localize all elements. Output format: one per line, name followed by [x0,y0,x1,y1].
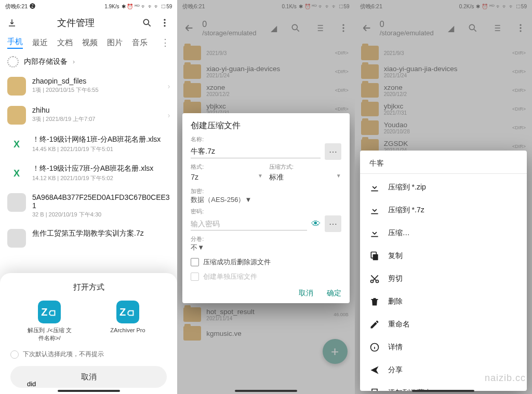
divider [360,173,527,174]
cut-icon [369,274,380,284]
menu-item-details[interactable]: 详情 [360,336,527,359]
download-icon [369,182,380,193]
chevron-down-icon: ▼ [336,173,341,182]
archive-name-input[interactable] [191,145,320,158]
folder-icon [7,106,26,125]
menu-item-zip[interactable]: 压缩到 *.zip [360,176,527,199]
tabs-more-icon[interactable]: ⋮ [161,37,170,48]
level-label: 压缩方式: [269,163,341,171]
file-name: ！终-19级计应7班-分AB班花名册.xlsx [32,164,170,173]
cancel-label: 取消 [81,372,97,382]
menu-label: 压缩到 *.zip [388,183,426,192]
tab-recent[interactable]: 最近 [32,38,48,48]
password-options-button[interactable]: ⋯ [325,215,341,232]
more-icon[interactable] [159,18,170,28]
context-menu: 牛客 压缩到 *.zip 压缩到 *.7z 压缩… 复制 剪切 删除 重命名 详… [360,151,527,391]
status-app-icon: 🅩 [30,3,35,9]
menu-item-compress[interactable]: 压缩… [360,222,527,244]
dialog-cancel-button[interactable]: 取消 [299,289,313,298]
split-value: 不 [191,243,197,251]
password-input[interactable] [191,218,307,230]
checkbox-label: 压缩成功后删除源文件 [203,257,271,267]
menu-item-share[interactable]: 分享 [360,359,527,382]
status-bar: 傍晚6:21🅩 1.9K/s✱ ⏰ ᴴᴰ ᯤ ᯤ ᯤ ⬚59 [0,0,177,12]
chevron-right-icon: › [168,82,170,90]
chevron-right-icon: › [73,58,75,65]
file-name: ！终-19级计网络1班-分AB班花名册.xlsx [32,135,170,144]
internal-storage-row[interactable]: 内部存储设备 › [0,52,177,72]
menu-label: 压缩… [388,228,410,238]
app-option-extract[interactable]: Z⫏ 解压到 ./<压缩 文件名称>/ [26,301,73,342]
pencil-icon [369,319,380,330]
zarchiver-icon: Z⫏ [116,301,139,323]
screen-zarchiver-dialog: 傍晚6:21 0.1K/s✱ ⏰ ᴴᴰ ᯤ ᯤ ᯤ ⬚59 0 /storage… [177,0,354,394]
chevron-down-icon: ▼ [197,243,204,251]
dialog-title: 创建压缩文件 [191,120,341,131]
home-indicator [58,390,120,392]
tab-docs[interactable]: 文档 [57,38,73,48]
tab-music[interactable]: 音乐 [132,38,148,48]
remember-label: 下次默认选择此项，不再提示 [23,350,104,359]
download-icon [369,228,380,238]
remember-choice-row[interactable]: 下次默认选择此项，不再提示 [10,350,167,359]
svg-point-15 [376,280,378,283]
menu-item-7z[interactable]: 压缩到 *.7z [360,199,527,222]
svg-point-2 [164,22,166,23]
tab-bar: 手机 最近 文档 视频 图片 音乐 ⋮ [0,33,177,52]
file-name: did [27,380,36,388]
chevron-right-icon: › [168,111,170,119]
eye-icon[interactable]: 👁 [311,219,321,229]
level-value: 标准 [269,173,284,182]
download-icon[interactable] [7,18,17,28]
separate-archives-checkbox: 创建单独压缩文件 [191,272,341,281]
tab-video[interactable]: 视频 [82,38,98,48]
menu-item-cut[interactable]: 剪切 [360,267,527,290]
status-net: 1.9K/s [104,4,119,9]
status-time: 傍晚6:21 [5,3,28,10]
format-select[interactable]: 7z▼ [191,171,263,183]
home-indicator [412,390,474,392]
file-meta: 3项 | 2021/8/19 上午7:07 [32,115,162,123]
menu-label: 分享 [388,365,403,375]
app-option-zarchiver[interactable]: Z⫏ ZArchiver Pro [104,301,151,342]
menu-label: 剪切 [388,274,403,283]
copy-icon [369,251,380,261]
menu-label: 删除 [388,297,403,306]
xlsx-icon: X [7,135,26,154]
file-row[interactable]: zhaopin_sd_files1项 | 2020/10/15 下午6:55 › [0,72,177,101]
file-row[interactable]: X ！终-19级计应7班-分AB班花名册.xlsx14.12 KB | 2021… [0,159,177,188]
file-name: 焦作工贸第五学期教学实训方案.7z [32,229,170,238]
download-icon [369,205,380,215]
encryption-label: 加密: [191,187,341,195]
menu-label: 复制 [388,251,403,261]
tab-phone[interactable]: 手机 [7,37,23,49]
encryption-select[interactable]: 数据（AES-256）▼ [191,195,341,205]
file-row[interactable]: 5A968A4B377F25ED0A1FD3C67B0CEE3132 B | 2… [0,188,177,224]
file-meta: 1项 | 2020/10/15 下午6:55 [32,86,162,94]
storage-label: 内部存储设备 [24,57,68,66]
screen-file-manager: 傍晚6:21🅩 1.9K/s✱ ⏰ ᴴᴰ ᯤ ᯤ ᯤ ⬚59 文件管理 手机 最… [0,0,177,394]
file-meta: 14.12 KB | 2021/10/19 下午5:02 [32,174,170,182]
delete-source-checkbox[interactable]: 压缩成功后删除源文件 [191,257,341,267]
file-row[interactable]: X ！终-19级计网络1班-分AB班花名册.xlsx14.45 KB | 202… [0,130,177,159]
screen-zarchiver-context-menu: 傍晚6:21 0.2K/s✱ ⏰ ᴴᴰ ᯤ ᯤ ᯤ ⬚59 0 /storage… [355,0,532,394]
more-options-button[interactable]: ⋯ [325,143,341,160]
svg-rect-12 [373,254,378,261]
split-label: 分卷: [191,235,341,243]
context-menu-title: 牛客 [360,156,527,173]
format-value: 7z [191,173,198,181]
dialog-ok-button[interactable]: 确定 [327,289,341,298]
checkbox-icon [191,273,199,281]
split-select[interactable]: 不▼ [191,243,341,252]
app-label: ZArchiver Pro [110,327,145,334]
file-row[interactable]: zhihu3项 | 2021/8/19 上午7:07 › [0,101,177,130]
tab-image[interactable]: 图片 [107,38,123,48]
menu-item-delete[interactable]: 删除 [360,290,527,313]
file-row[interactable]: 焦作工贸第五学期教学实训方案.7z [0,224,177,253]
menu-item-rename[interactable]: 重命名 [360,313,527,336]
file-list: zhaopin_sd_files1项 | 2020/10/15 下午6:55 ›… [0,72,177,253]
app-label: 解压到 ./<压缩 文件名称>/ [26,327,73,342]
search-icon[interactable] [142,18,152,28]
menu-item-copy[interactable]: 复制 [360,244,527,267]
level-select[interactable]: 标准▼ [269,171,341,184]
